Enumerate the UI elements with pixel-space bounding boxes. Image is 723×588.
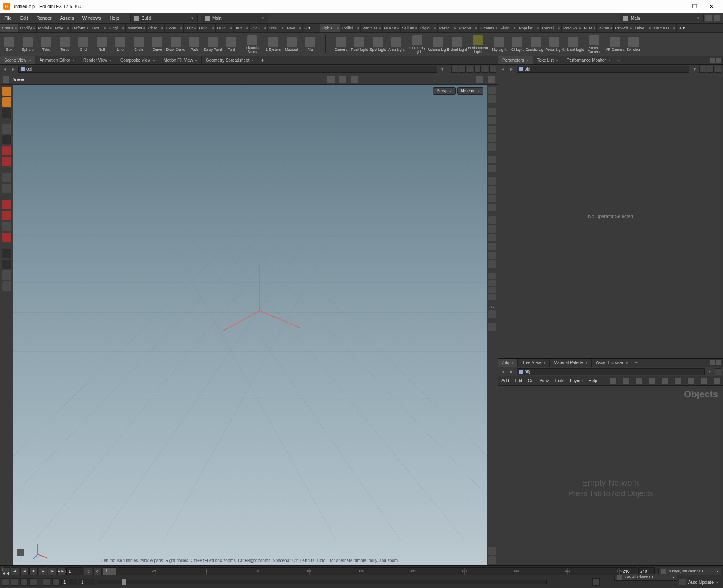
tool-switcher[interactable]: Switcher (624, 33, 643, 56)
lock-icon[interactable] (2, 135, 11, 144)
stop-button[interactable]: ■ (29, 567, 38, 575)
tool-ambient-light[interactable]: Ambient Light (564, 33, 582, 56)
link-icon[interactable] (459, 66, 466, 73)
maximize-button[interactable]: ☐ (686, 0, 703, 12)
shelf-tab[interactable]: New... (285, 24, 302, 32)
mode2-icon[interactable] (488, 280, 496, 286)
menu-edit[interactable]: Edit (16, 13, 32, 23)
draw2-icon[interactable] (488, 186, 496, 194)
tool-torus[interactable]: Torus (55, 33, 74, 56)
magnet-icon[interactable] (2, 233, 11, 242)
frame-marker[interactable]: 1 (103, 568, 116, 575)
net-menu-edit[interactable]: Edit (515, 378, 522, 383)
key-back-icon[interactable]: ◇ (84, 567, 92, 575)
max-icon[interactable] (716, 360, 721, 365)
tool-portal-light[interactable]: Portal Light (545, 33, 564, 56)
pane-tab[interactable]: Scene View (0, 56, 35, 64)
path-input[interactable]: obj (18, 66, 437, 73)
tool-distant-light[interactable]: Distant Light (448, 33, 466, 56)
persp-dropdown[interactable]: Persp▼ (433, 87, 456, 94)
shelf-tab[interactable]: Model (37, 24, 54, 32)
tool-draw-curve[interactable]: Draw Curve (166, 33, 185, 56)
shelf-tab[interactable]: Grains (383, 24, 401, 32)
pane-tab[interactable]: Geometry Spreadsheet (202, 56, 258, 64)
pin-icon[interactable] (715, 368, 721, 375)
abc-icon[interactable] (488, 310, 496, 318)
mode1-icon[interactable] (488, 273, 496, 279)
step-back-button[interactable]: ◄| (11, 567, 19, 575)
range-slider[interactable] (97, 580, 547, 584)
net-menu-layout[interactable]: Layout (570, 378, 583, 383)
goto-start-button[interactable]: |◄◄ (2, 567, 10, 575)
tool-curve[interactable]: Curve (148, 33, 166, 56)
sh3-icon[interactable] (488, 234, 496, 242)
geo-icon[interactable] (488, 323, 496, 331)
timeline-track[interactable]: 1 24487296120144168192216240 (103, 567, 620, 575)
light1-icon[interactable] (488, 156, 496, 163)
desktop-build-combo[interactable]: Build ▼ (130, 14, 198, 22)
max-icon[interactable] (716, 58, 721, 63)
max-icon[interactable] (489, 66, 496, 73)
sh4-icon[interactable] (488, 243, 496, 250)
shelf-tab[interactable]: Collisi... (340, 24, 361, 32)
play-button[interactable]: ► (39, 567, 47, 575)
shelf-tab[interactable]: Riggi... (107, 24, 126, 32)
menu-help[interactable]: Help (105, 13, 123, 23)
opt2-icon[interactable] (2, 260, 11, 269)
light2-icon[interactable] (488, 165, 496, 172)
menu-file[interactable]: File (0, 13, 16, 23)
shelf-tab[interactable]: Lights... (320, 24, 340, 32)
n4-icon[interactable] (649, 378, 655, 384)
net-path-input[interactable]: obj (517, 368, 705, 375)
step-fwd-button[interactable]: |► (48, 567, 56, 575)
n8-icon[interactable] (701, 378, 707, 384)
net-menu-view[interactable]: View (539, 378, 549, 383)
pane-tab[interactable]: Parameters (498, 56, 533, 64)
tool-gi-light[interactable]: GI Light (508, 33, 527, 56)
shelf-tab[interactable]: Wires (597, 24, 613, 32)
tool-line[interactable]: Line (111, 33, 129, 56)
play-back-button[interactable]: ◄ (20, 567, 29, 575)
nav-back-icon[interactable]: ◄ (2, 66, 8, 73)
disp2-icon[interactable] (488, 117, 496, 124)
gear-icon[interactable] (715, 66, 721, 73)
paneset-main-combo[interactable]: Main ▼ (201, 14, 268, 22)
disp5-icon[interactable] (488, 143, 496, 151)
camera-dropdown[interactable]: No cam▼ (457, 87, 483, 94)
draw3-icon[interactable] (488, 195, 496, 202)
pane-tab[interactable]: Asset Browser (592, 359, 632, 367)
draw4-icon[interactable] (488, 204, 496, 211)
handle3-icon[interactable] (351, 76, 358, 83)
key-fwd-icon[interactable]: ◇ (93, 567, 102, 575)
pane-tab[interactable]: Performance Monitor (562, 56, 615, 64)
n3-icon[interactable] (636, 378, 642, 384)
shelf-tab[interactable]: Contai... (541, 24, 562, 32)
record2-icon[interactable] (2, 157, 11, 166)
update-icon[interactable] (679, 579, 686, 585)
gear-icon[interactable] (710, 58, 715, 63)
record-icon[interactable] (2, 146, 11, 155)
pin-icon[interactable] (451, 66, 458, 73)
shelf-tab[interactable]: Cons... (165, 24, 184, 32)
select-tool[interactable] (2, 87, 11, 96)
tool-metaball[interactable]: Metaball (282, 33, 301, 56)
shelf-tab[interactable]: Game D... (652, 24, 677, 32)
n5-icon[interactable] (662, 378, 668, 384)
shelf-add-left[interactable]: ＋▾ (303, 24, 312, 32)
snap3-icon[interactable] (2, 200, 11, 209)
split-icon[interactable] (482, 66, 488, 73)
n1-icon[interactable] (610, 378, 616, 384)
nav-fwd-icon[interactable]: ► (10, 66, 17, 73)
shelf-tab[interactable]: Char... (147, 24, 165, 32)
tool-geometry-light[interactable]: GeometryLight (406, 33, 429, 56)
shelf-tab[interactable]: FEM (582, 24, 597, 32)
tool-point-light[interactable]: Point Light (350, 33, 369, 56)
key-all-channels-button[interactable]: Key All Channels▾ (614, 574, 677, 581)
tool-spray-paint[interactable]: Spray Paint (203, 33, 222, 56)
opt3-icon[interactable] (2, 270, 11, 280)
net-menu-tools[interactable]: Tools (554, 378, 564, 383)
pane-tab[interactable]: Animation Editor (35, 56, 79, 64)
tool-vr-camera[interactable]: VR Camera (606, 33, 624, 56)
disp3-icon[interactable] (488, 126, 496, 133)
tool-platonic-solids[interactable]: PlatonicSolids (240, 33, 264, 56)
